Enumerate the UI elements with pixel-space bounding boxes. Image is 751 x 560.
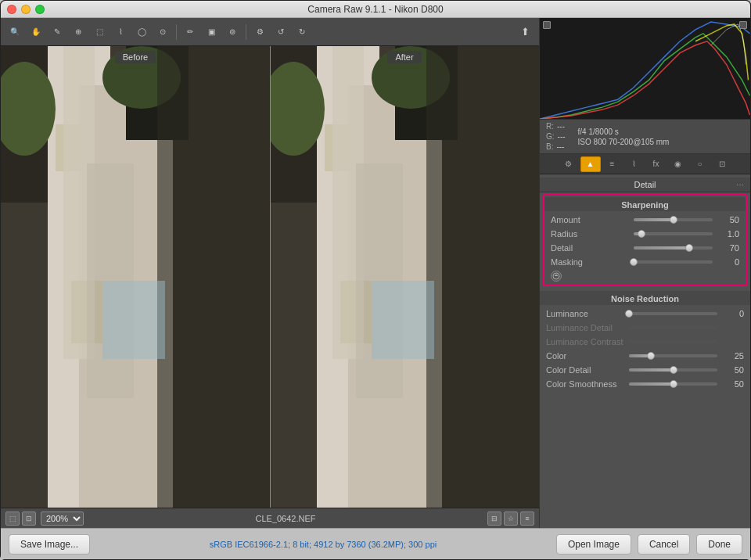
- detail-collapse-arrow[interactable]: ⋯: [736, 181, 744, 189]
- before-image-svg: [1, 46, 270, 508]
- masking-slider[interactable]: [634, 260, 713, 264]
- amount-row: Amount 50: [544, 213, 746, 227]
- masking-value: 0: [717, 257, 739, 267]
- highlight-clipping-indicator[interactable]: [739, 21, 747, 29]
- graduated-filter-tool[interactable]: ▣: [202, 23, 221, 41]
- tab-lens[interactable]: ○: [690, 156, 710, 172]
- luminance-slider[interactable]: [629, 312, 717, 315]
- bottom-bar: Save Image... sRGB IEC61966-2.1; 8 bit; …: [1, 528, 750, 559]
- luminance-contrast-slider: [629, 340, 717, 343]
- split-view-divider[interactable]: [270, 46, 271, 508]
- rotate-right-tool[interactable]: ↻: [293, 23, 311, 41]
- rgb-values: R: --- G: --- B: ---: [546, 122, 566, 151]
- histogram-area: [540, 18, 750, 120]
- radial-filter-tool[interactable]: ⊚: [223, 23, 242, 41]
- right-panel: R: --- G: --- B: --- f/4 1/8000 s ISO 80…: [539, 18, 750, 528]
- crop-tool[interactable]: ⬚: [90, 23, 109, 41]
- detail-value: 70: [717, 243, 739, 253]
- tab-local[interactable]: ⊡: [712, 156, 732, 172]
- rotate-left-tool[interactable]: ↺: [271, 23, 290, 41]
- detail-title: Detail: [634, 180, 656, 189]
- color-smoothness-slider[interactable]: [629, 382, 717, 386]
- maximize-button[interactable]: [35, 5, 45, 14]
- toolbar: 🔍 ✋ ✎ ⊕ ⬚ ⌇ ◯ ⊙ ✏ ▣ ⊚ ⚙ ↺ ↻ ⬆: [1, 18, 539, 46]
- svg-rect-12: [102, 281, 165, 359]
- tab-fx[interactable]: fx: [646, 156, 667, 172]
- aperture-shutter: f/4 1/8000 s: [578, 127, 670, 136]
- rating-icon[interactable]: ☆: [504, 512, 518, 526]
- filmstrip-icon[interactable]: ⬚: [5, 512, 20, 526]
- color-label: Color: [546, 351, 624, 361]
- noise-reduction-header: Noise Reduction: [540, 291, 750, 305]
- tab-wb[interactable]: ⚙: [559, 156, 579, 172]
- tab-curve[interactable]: ⌇: [624, 156, 645, 172]
- spot-removal-tool[interactable]: ◯: [132, 23, 151, 41]
- luminance-detail-label: Luminance Detail: [546, 323, 624, 332]
- preferences-tool[interactable]: ⚙: [250, 23, 269, 41]
- color-profile-link[interactable]: sRGB IEC61966-2.1; 8 bit; 4912 by 7360 (…: [98, 540, 548, 549]
- amount-slider[interactable]: [634, 218, 713, 221]
- save-image-button[interactable]: Save Image...: [9, 534, 90, 555]
- color-detail-slider[interactable]: [629, 368, 717, 372]
- fullscreen-icon[interactable]: ⊡: [22, 512, 36, 526]
- color-smoothness-label: Color Smoothness: [546, 379, 624, 389]
- bottom-right-buttons: Open Image Cancel Done: [556, 534, 742, 555]
- traffic-lights: [7, 5, 45, 14]
- tab-list[interactable]: ≡: [602, 156, 623, 172]
- redeye-tool[interactable]: ⊙: [153, 23, 172, 41]
- hand-tool[interactable]: ✋: [27, 23, 45, 41]
- adjustment-brush-tool[interactable]: ✏: [181, 23, 199, 41]
- image-panel: 🔍 ✋ ✎ ⊕ ⬚ ⌇ ◯ ⊙ ✏ ▣ ⊚ ⚙ ↺ ↻ ⬆: [1, 18, 539, 528]
- g-value: ---: [558, 132, 566, 141]
- masking-label: Masking: [551, 257, 629, 267]
- shadow-clipping-indicator[interactable]: [543, 21, 551, 29]
- panel-content: Detail ⋯ Sharpening Amount 50: [540, 174, 750, 528]
- export-tool[interactable]: ⬆: [516, 23, 534, 41]
- status-bar: ⬚ ⊡ 200% 100% 50% Fit CLE_0642.NEF ⊟ ☆ ≡: [1, 508, 539, 528]
- camera-info: R: --- G: --- B: --- f/4 1/8000 s ISO 80…: [540, 120, 750, 154]
- tab-camera[interactable]: ◉: [668, 156, 688, 172]
- luminance-label: Luminance: [546, 309, 624, 318]
- r-row: R: ---: [546, 122, 566, 131]
- panel-tabs: ⚙ ▲ ≡ ⌇ fx ◉ ○ ⊡: [540, 154, 750, 174]
- zoom-select[interactable]: 200% 100% 50% Fit: [41, 512, 84, 526]
- luminance-value: 0: [722, 309, 744, 318]
- svg-rect-25: [372, 281, 434, 359]
- tab-detail[interactable]: ▲: [580, 156, 601, 172]
- color-slider[interactable]: [629, 354, 717, 357]
- main-window: Camera Raw 9.1.1 - Nikon D800 🔍 ✋ ✎ ⊕ ⬚ …: [0, 0, 751, 560]
- color-row: Color 25: [540, 349, 750, 363]
- luminance-detail-slider: [629, 326, 717, 329]
- r-label: R:: [546, 122, 554, 131]
- color-value: 25: [722, 351, 744, 361]
- menu-icon[interactable]: ≡: [520, 512, 534, 526]
- luminance-contrast-label: Luminance Contrast: [546, 337, 624, 346]
- camera-settings: f/4 1/8000 s ISO 800 70-200@105 mm: [578, 127, 670, 146]
- radius-slider[interactable]: [634, 232, 713, 235]
- status-icons: ⬚ ⊡: [5, 512, 36, 526]
- metadata-icon[interactable]: ⊟: [487, 512, 501, 526]
- minimize-button[interactable]: [21, 5, 31, 14]
- done-button[interactable]: Done: [696, 534, 742, 555]
- masking-icon[interactable]: [551, 271, 562, 282]
- amount-label: Amount: [551, 215, 629, 224]
- color-detail-label: Color Detail: [546, 365, 624, 375]
- after-image-svg: [270, 46, 539, 508]
- cancel-button[interactable]: Cancel: [638, 534, 690, 555]
- close-button[interactable]: [7, 5, 16, 14]
- filename: CLE_0642.NEF: [88, 514, 483, 523]
- svg-rect-9: [157, 46, 270, 508]
- g-row: G: ---: [546, 132, 566, 141]
- masking-row: Masking 0: [544, 255, 746, 269]
- color-sampler-tool[interactable]: ⊕: [69, 23, 88, 41]
- b-row: B: ---: [546, 142, 566, 151]
- svg-rect-26: [541, 18, 750, 119]
- detail-slider[interactable]: [634, 246, 713, 249]
- sharpening-box: Sharpening Amount 50 Radius: [543, 194, 747, 286]
- color-detail-value: 50: [722, 365, 744, 375]
- radius-value: 1.0: [717, 229, 739, 239]
- open-image-button[interactable]: Open Image: [556, 534, 631, 555]
- straighten-tool[interactable]: ⌇: [111, 23, 130, 41]
- white-balance-tool[interactable]: ✎: [48, 23, 66, 41]
- zoom-tool[interactable]: 🔍: [5, 23, 24, 41]
